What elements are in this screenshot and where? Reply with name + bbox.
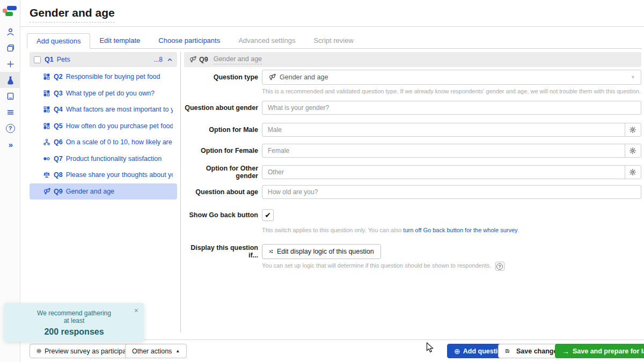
question-list-item-q5[interactable]: Q5How often do you purchase pet food? [30,118,177,135]
option-female-input[interactable] [262,144,625,157]
app-logo-icon[interactable] [2,4,19,20]
sidebar-item-menu[interactable] [0,104,20,120]
footer-bar: Preview survey as participant Other acti… [20,339,644,362]
page-title[interactable]: Gender and age [30,6,115,23]
group-checkbox[interactable] [34,56,41,63]
group-id: Q1 [45,56,54,63]
option-other-label: Option for Other gender [184,165,258,180]
templates-icon [6,43,15,53]
question-list: Q1 Pets ...8 Q2Responsible for buying pe… [30,52,177,200]
editor-question-id: Q9 [199,56,208,63]
sidebar-item-expand[interactable]: » [0,136,20,152]
option-female-label: Option for Female [184,147,258,154]
question-list-item-q8[interactable]: Q8Please share your thoughts about your … [30,167,177,183]
question-id: Q9 [54,188,63,195]
chevron-down-icon: ▼ [631,75,635,80]
question-type-select[interactable]: Gender and age ▼ [262,70,641,85]
group-count: ...8 [153,56,163,63]
editor-question-header: Q9 Gender and age [184,52,641,67]
sidebar-item-help[interactable]: ? [0,120,20,136]
go-back-label: Show Go back button [184,211,258,219]
go-back-checkbox[interactable]: ✔ [262,209,274,221]
question-list-item-q2[interactable]: Q2Responsible for buying pet food [30,69,177,85]
question-group-header[interactable]: Q1 Pets ...8 [30,52,177,67]
question-type-label: Question type [184,73,258,81]
floppy-icon [505,347,513,355]
tab-edit-template[interactable]: Edit template [90,33,149,48]
option-other-settings-button[interactable] [625,166,641,179]
question-id: Q7 [54,155,63,162]
checkmark-icon: ✔ [265,211,271,219]
editor-question-title[interactable]: Gender and age [214,55,262,64]
plus-circle-icon: ⊕ [454,347,460,356]
option-female-row: Option for Female [184,144,641,158]
choice-icon [42,154,50,162]
caret-up-icon: ▲ [175,349,180,353]
group-title: Pets [57,56,70,63]
menu-icon [6,108,15,117]
save-and-launch-button[interactable]: → Save and prepare for launch [555,344,644,358]
question-id: Q3 [54,90,63,97]
option-male-row: Option for Male [184,123,641,137]
gender-icon [188,56,196,64]
option-male-settings-button[interactable] [625,123,641,136]
gender-icon [42,187,50,195]
panel-divider [180,52,181,333]
eye-icon [36,347,45,355]
question-id: Q6 [54,138,63,146]
display-logic-row: Display this question if... Edit display… [184,244,641,259]
experiments-icon [6,76,15,85]
display-logic-label: Display this question if... [184,244,258,259]
question-title: What factors are most important to you .… [66,106,173,113]
tab-script-review: Script review [304,33,362,48]
tab-add-questions[interactable]: Add questions [27,33,90,49]
question-list-item-q6[interactable]: Q6On a scale of 0 to 10, how likely are … [30,134,177,151]
library-icon [6,92,15,101]
survey-builder-window: ?» Gender and age Add questionsEdit temp… [0,0,644,362]
sidebar-item-experiments[interactable] [0,72,20,88]
close-icon[interactable]: × [134,307,138,314]
option-other-input[interactable] [262,166,625,179]
edit-display-logic-button[interactable]: Edit display logic of this question [262,244,381,259]
gear-icon [629,147,637,155]
sidebar-item-user[interactable] [0,24,20,40]
question-list-item-q7[interactable]: Q7Product functionality satisfaction [30,151,177,167]
question-title: Responsible for buying pet food [66,73,160,80]
other-actions-button[interactable]: Other actions ▲ [125,344,187,358]
preview-survey-button[interactable]: Preview survey as participant [30,344,139,358]
question-list-item-q4[interactable]: Q4What factors are most important to you… [30,101,177,118]
question-title: On a scale of 0 to 10, how likely are yo… [66,138,173,146]
toast-line1: We recommend gathering [4,309,144,317]
help-icon[interactable]: ? [495,262,504,271]
toast-line2: at least [4,317,144,324]
option-male-input[interactable] [262,123,625,136]
gear-icon [629,126,637,134]
sidebar-item-library[interactable] [0,88,20,104]
question-list-item-q3[interactable]: Q3What type of pet do you own? [30,85,177,102]
matrix-icon [42,89,50,97]
question-type-value: Gender and age [280,73,328,81]
scale-icon [42,171,50,179]
matrix-icon [42,73,50,81]
display-logic-helper: You can set up logic that will determine… [262,262,641,271]
go-back-survey-link[interactable]: turn off Go back button for the whole su… [403,227,517,233]
sidebar-item-templates[interactable] [0,40,20,56]
gender-question-row: Question about gender [184,101,641,115]
question-title: What type of pet do you own? [66,90,155,97]
toast-responses-count: 200 responses [4,327,144,337]
chevron-up-icon[interactable] [167,57,173,63]
question-type-row: Question type Gender and age ▼ [184,70,641,85]
tab-choose-participants[interactable]: Choose participants [149,33,229,48]
question-type-helper: This is a recommended and validated ques… [262,88,641,94]
go-back-helper: This switch applies to this question onl… [262,227,641,233]
option-other-row: Option for Other gender [184,165,641,180]
expand-icon: » [6,140,15,149]
age-question-input[interactable] [262,186,641,198]
gender-question-input[interactable] [262,101,641,114]
arrow-right-icon: → [562,347,569,356]
matrix-icon [42,106,50,114]
sidebar-item-add[interactable] [0,56,20,72]
question-title: Gender and age [66,188,114,195]
option-female-settings-button[interactable] [625,144,641,157]
question-list-item-q9[interactable]: Q9Gender and age [30,183,177,200]
